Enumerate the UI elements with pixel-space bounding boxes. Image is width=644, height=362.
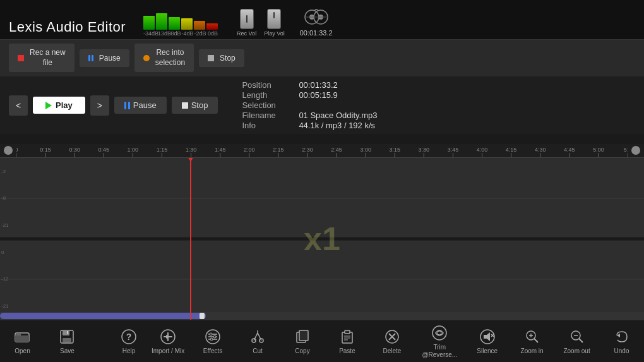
copy-button[interactable]: Copy <box>280 324 325 359</box>
rec-into-label: Rec intoselection <box>155 48 185 68</box>
svg-text:2:45: 2:45 <box>331 147 342 153</box>
pause-rec-button[interactable]: Pause <box>80 49 129 67</box>
info-selection-row: Selection <box>242 100 377 110</box>
svg-rect-78 <box>345 330 350 334</box>
silence-button[interactable]: Silence <box>465 324 510 359</box>
svg-text:3:30: 3:30 <box>419 147 430 153</box>
svg-text:0:15: 0:15 <box>40 147 51 153</box>
undo-button[interactable]: Undo <box>599 324 644 359</box>
volume-controls: Rec Vol Play Vol <box>237 9 285 37</box>
pause-label: Pause <box>133 100 157 110</box>
playhead-marker <box>188 158 194 162</box>
svg-point-85 <box>432 326 446 340</box>
info-info-row: Info 44.1k / mp3 / 192 k/s <box>242 121 377 130</box>
open-button[interactable]: Open <box>0 324 45 359</box>
paste-button[interactable]: Paste <box>325 324 369 359</box>
zoom-out-button[interactable]: Zoom out <box>554 324 599 359</box>
filename-label: Filename <box>242 111 292 120</box>
paste-label: Paste <box>339 347 355 354</box>
svg-text:5:1: 5:1 <box>624 147 628 153</box>
play-vol-label: Play Vol <box>264 30 285 37</box>
stop-rec-label: Stop <box>220 54 236 63</box>
effects-button[interactable]: Effects <box>191 324 236 359</box>
zoom-in-label: Zoom in <box>521 347 544 354</box>
svg-text:1:45: 1:45 <box>215 147 226 153</box>
save-button[interactable]: Save <box>45 324 90 359</box>
rec-into-selection-button[interactable]: Rec intoselection <box>134 44 194 72</box>
scrollbar-thumb[interactable] <box>0 313 206 319</box>
help-button[interactable]: ? Help <box>112 324 145 359</box>
svg-text:3:15: 3:15 <box>389 147 400 153</box>
effects-icon <box>204 328 222 346</box>
prev-button[interactable]: < <box>9 95 28 116</box>
stop-button[interactable]: Stop <box>172 97 218 114</box>
left-pin-icon[interactable] <box>4 146 13 155</box>
stop-label: Stop <box>191 100 208 110</box>
silence-icon <box>479 328 496 346</box>
rec-into-icon <box>143 55 150 61</box>
pause-button[interactable]: Pause <box>114 97 167 114</box>
open-label: Open <box>15 347 30 354</box>
rec-new-file-button[interactable]: Rec a newfile <box>9 44 75 72</box>
delete-button[interactable]: Delete <box>369 324 414 359</box>
copy-label: Copy <box>295 347 309 354</box>
playhead[interactable] <box>190 158 191 320</box>
svg-text:4:15: 4:15 <box>506 147 517 153</box>
stop-rec-icon <box>208 55 214 61</box>
rec-controls-row: Rec a newfile Pause Rec intoselection St… <box>0 39 644 76</box>
rec-vol-control[interactable]: Rec Vol <box>237 9 256 37</box>
svg-text:2:30: 2:30 <box>302 147 313 153</box>
info-filename-row: Filename 01 Space Oddity.mp3 <box>242 111 377 120</box>
position-label: Position <box>242 80 292 90</box>
meter-label-6: 0dB <box>206 30 219 37</box>
trim-icon <box>431 324 448 342</box>
svg-rect-57 <box>63 330 69 335</box>
scrollbar[interactable] <box>0 312 644 320</box>
right-pin-icon[interactable] <box>631 146 640 155</box>
svg-point-67 <box>210 333 212 335</box>
svg-text:5:00: 5:00 <box>593 147 604 153</box>
zoom-out-label: Zoom out <box>563 347 590 354</box>
svg-text:0: 0 <box>16 147 18 153</box>
zoom-in-icon <box>523 328 541 346</box>
next-button[interactable]: > <box>90 95 109 116</box>
timer: 00:01:33.2 <box>300 5 333 37</box>
waveform-area[interactable]: -2-8-21 0-12-21 x1 <box>0 158 644 320</box>
pause-icon <box>88 55 93 61</box>
effects-label: Effects <box>203 347 222 354</box>
timeline-ruler: 00:150:300:451:001:151:301:452:002:152:3… <box>0 144 644 158</box>
svg-point-69 <box>210 338 213 341</box>
header: Lexis Audio Editor -34dB -13dB -8dB -4dB… <box>0 0 644 39</box>
play-button[interactable]: Play <box>33 97 85 114</box>
pause-rec-label: Pause <box>99 54 121 63</box>
svg-text:1:15: 1:15 <box>157 147 168 153</box>
undo-label: Undo <box>614 347 629 354</box>
info-value: 44.1k / mp3 / 192 k/s <box>299 121 375 130</box>
length-value: 00:05:15.9 <box>299 90 337 100</box>
stop-rec-button[interactable]: Stop <box>199 49 244 67</box>
delete-icon <box>383 328 401 346</box>
cut-label: Cut <box>253 347 263 354</box>
trim-button[interactable]: Trim@Reverse... <box>414 324 465 359</box>
selection-label: Selection <box>242 100 292 110</box>
pause-bars-icon <box>124 102 130 109</box>
play-vol-control[interactable]: Play Vol <box>264 9 285 37</box>
delete-label: Delete <box>383 347 401 354</box>
help-icon: ? <box>120 328 138 346</box>
meter-bar-red <box>206 23 218 30</box>
waveform-container: 00:150:300:451:001:151:301:452:002:152:3… <box>0 144 644 320</box>
meter-bar-yellow <box>181 18 193 30</box>
info-panel: Position 00:01:33.2 Length 00:05:15.9 Se… <box>242 80 377 130</box>
svg-text:4:00: 4:00 <box>477 147 488 153</box>
silence-label: Silence <box>477 347 498 354</box>
zoom-in-button[interactable]: Zoom in <box>510 324 554 359</box>
svg-text:3:45: 3:45 <box>448 147 459 153</box>
scrollbar-knob[interactable] <box>200 313 205 319</box>
filename-value: 01 Space Oddity.mp3 <box>299 111 377 120</box>
svg-line-91 <box>534 339 538 342</box>
open-icon <box>13 328 31 346</box>
svg-text:4:30: 4:30 <box>535 147 546 153</box>
cut-button[interactable]: Cut <box>236 324 280 359</box>
svg-text:0:45: 0:45 <box>98 147 110 153</box>
import-mix-button[interactable]: Import / Mix <box>146 324 191 359</box>
